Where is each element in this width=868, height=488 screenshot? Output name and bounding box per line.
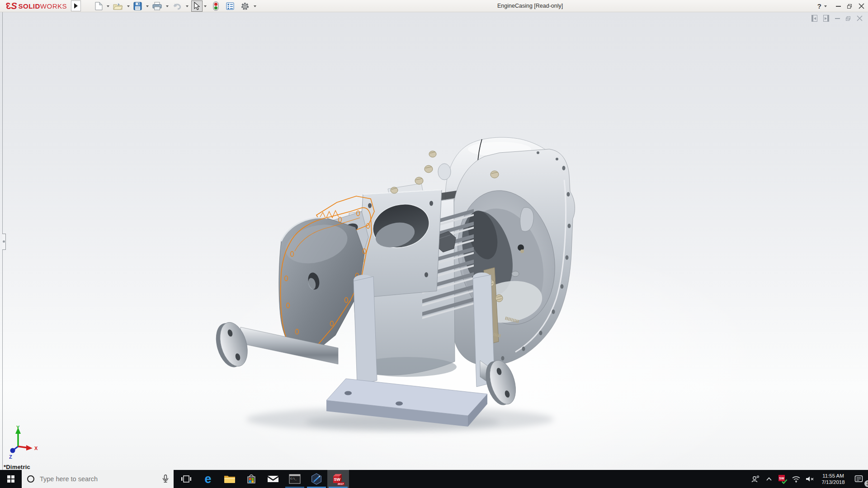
solidworks-app-button[interactable]: SW 2017 bbox=[327, 470, 349, 488]
menu-flyout-button[interactable] bbox=[71, 0, 81, 11]
taskbar-search[interactable] bbox=[22, 470, 174, 488]
dropdown-caret-icon[interactable] bbox=[166, 5, 169, 7]
solidworks-monitor-button[interactable]: SW bbox=[776, 470, 789, 488]
file-properties-icon bbox=[226, 2, 234, 10]
save-floppy-icon bbox=[133, 2, 142, 10]
tray-time: 11:55 AM bbox=[818, 473, 848, 479]
windows-taskbar: e bbox=[0, 470, 868, 488]
people-icon bbox=[751, 475, 760, 483]
new-document-button[interactable] bbox=[94, 1, 104, 11]
options-button[interactable] bbox=[240, 1, 250, 12]
command-prompt-button[interactable]: C:\_ bbox=[284, 470, 306, 488]
triad-y-label: Y bbox=[16, 425, 20, 430]
mail-icon bbox=[267, 474, 279, 483]
command-prompt-icon: C:\_ bbox=[289, 474, 301, 484]
dropdown-caret-icon[interactable] bbox=[254, 5, 256, 7]
taskbar-apps: e bbox=[175, 470, 349, 488]
engine-casing-model bbox=[0, 12, 868, 470]
dropdown-caret-icon[interactable] bbox=[107, 5, 109, 7]
task-view-button[interactable] bbox=[175, 470, 197, 488]
wifi-button[interactable] bbox=[789, 470, 803, 488]
restore-button[interactable] bbox=[847, 4, 852, 9]
windows-logo-icon bbox=[7, 475, 14, 483]
wifi-icon bbox=[792, 475, 801, 483]
tray-date: 7/13/2018 bbox=[818, 479, 848, 485]
mail-button[interactable] bbox=[262, 470, 284, 488]
dropdown-caret-icon[interactable] bbox=[204, 5, 207, 7]
system-tray: SW 11:55 AM 7/13/2018 bbox=[749, 470, 868, 488]
close-icon bbox=[859, 3, 864, 9]
3d-app-hexagon-icon bbox=[311, 473, 322, 485]
restore-icon bbox=[847, 4, 852, 9]
solidworks-wordmark: SOLIDWORKS bbox=[18, 2, 67, 10]
triad-x-label: X bbox=[34, 446, 38, 451]
dropdown-caret-icon[interactable] bbox=[127, 5, 130, 7]
volume-button[interactable] bbox=[803, 470, 816, 488]
save-button[interactable] bbox=[132, 1, 143, 11]
chevron-up-icon bbox=[766, 477, 772, 481]
action-center-button[interactable]: 3 bbox=[850, 470, 868, 488]
solidworks-logo: 3S SOLIDWORKS bbox=[6, 1, 67, 11]
title-bar: 3S SOLIDWORKS bbox=[0, 0, 868, 12]
sw-icon-year: 2017 bbox=[338, 483, 344, 485]
hidden-icons-button[interactable] bbox=[762, 470, 776, 488]
sw-icon-label: SW bbox=[334, 477, 341, 482]
edge-icon: e bbox=[204, 473, 211, 485]
window-controls: ? bbox=[811, 0, 864, 12]
dassault-logo-icon: 3S bbox=[6, 1, 16, 11]
dropdown-caret-icon[interactable] bbox=[186, 5, 189, 7]
quick-access-toolbar bbox=[94, 0, 259, 12]
gear-icon bbox=[241, 2, 250, 11]
undo-button[interactable] bbox=[171, 1, 183, 11]
people-button[interactable] bbox=[749, 470, 762, 488]
undo-icon bbox=[172, 2, 182, 10]
action-center-icon bbox=[854, 475, 863, 483]
microphone-icon[interactable] bbox=[162, 474, 169, 483]
edge-button[interactable]: e bbox=[197, 470, 219, 488]
notification-badge: 3 bbox=[864, 480, 868, 487]
view-orientation-label: *Dimetric bbox=[4, 464, 30, 470]
clock[interactable]: 11:55 AM 7/13/2018 bbox=[818, 473, 848, 485]
solidworks-app-icon: SW 2017 bbox=[331, 472, 345, 486]
open-folder-icon bbox=[113, 2, 123, 10]
help-button[interactable]: ? bbox=[817, 2, 821, 10]
minimize-button[interactable] bbox=[836, 6, 841, 7]
file-properties-button[interactable] bbox=[225, 1, 235, 11]
print-button[interactable] bbox=[151, 1, 163, 11]
open-button[interactable] bbox=[112, 1, 124, 11]
task-view-icon bbox=[181, 475, 191, 483]
new-document-icon bbox=[95, 2, 103, 10]
print-icon bbox=[152, 2, 162, 10]
volume-muted-icon bbox=[805, 475, 814, 483]
3d-app-button[interactable] bbox=[306, 470, 327, 488]
select-tool-button[interactable] bbox=[191, 0, 203, 12]
dropdown-caret-icon[interactable] bbox=[146, 5, 149, 7]
minimize-icon bbox=[836, 6, 841, 7]
close-button[interactable] bbox=[859, 3, 864, 9]
start-button[interactable] bbox=[0, 470, 22, 488]
rebuild-traffic-light-icon bbox=[213, 1, 219, 11]
cortana-icon bbox=[27, 475, 34, 483]
orientation-triad[interactable]: Z Y X bbox=[0, 425, 50, 470]
store-icon bbox=[246, 474, 256, 484]
cmd-prompt-text: C:\_ bbox=[291, 477, 297, 480]
store-button[interactable] bbox=[241, 470, 262, 488]
file-explorer-icon bbox=[224, 474, 236, 483]
select-cursor-icon bbox=[193, 2, 200, 10]
search-input[interactable] bbox=[39, 475, 147, 483]
solidworks-check-icon: SW bbox=[778, 475, 787, 483]
rebuild-button[interactable] bbox=[212, 0, 220, 12]
flyout-arrow-icon bbox=[74, 3, 78, 9]
triad-z-label: Z bbox=[9, 454, 12, 460]
file-explorer-button[interactable] bbox=[219, 470, 241, 488]
help-caret-icon[interactable] bbox=[824, 5, 827, 7]
graphics-viewport[interactable]: Z Y X *Dimetric bbox=[0, 12, 868, 470]
document-title: EngineCasing [Read-only] bbox=[497, 3, 563, 9]
